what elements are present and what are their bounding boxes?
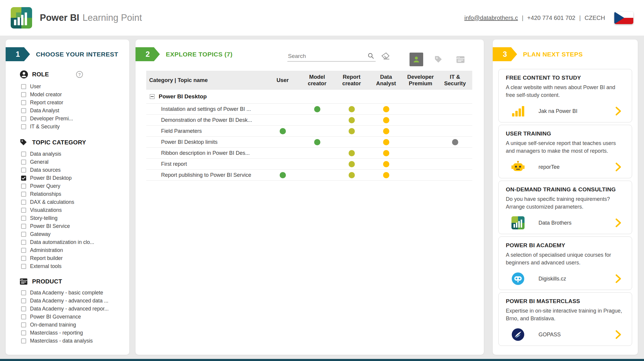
checkbox-item[interactable]: Visualizations [21, 206, 124, 214]
checkbox[interactable] [21, 160, 26, 165]
checkbox-item[interactable]: On-demand training [21, 321, 124, 329]
table-row[interactable]: Report publishing to Power BI Service [146, 170, 472, 181]
chevron-right-icon[interactable] [615, 106, 622, 116]
column-header[interactable]: IT & Security [438, 74, 472, 87]
grid-view-icon[interactable] [454, 53, 467, 66]
checkbox-item[interactable]: Developer Premi... [21, 115, 124, 123]
level-dot-olive [349, 117, 355, 123]
next-step-card[interactable]: USER TRAININGA unique self-service repor… [498, 125, 632, 178]
checkbox-item[interactable]: User [21, 83, 124, 91]
checkbox-item[interactable]: DAX & calculations [21, 198, 124, 206]
checkbox-item[interactable]: Administration [21, 246, 124, 254]
checkbox-item[interactable]: Model creator [21, 91, 124, 99]
column-header[interactable]: Model creator [300, 74, 334, 87]
checkbox-item[interactable]: External tools [21, 262, 124, 270]
checkbox-item[interactable]: Data Academy - advanced data ... [21, 297, 124, 305]
level-dot-olive [349, 161, 355, 167]
checkbox[interactable] [21, 200, 26, 205]
card-link-label[interactable]: Data Brothers [538, 220, 571, 226]
checkbox[interactable] [21, 92, 26, 97]
checkbox-item[interactable]: Power BI Governance [21, 313, 124, 321]
collapse-icon[interactable] [150, 94, 155, 99]
checkbox-checked[interactable] [21, 176, 26, 181]
clear-filters-eraser-icon[interactable] [381, 52, 390, 60]
chevron-right-icon[interactable] [615, 274, 622, 283]
checkbox-item[interactable]: Masterclass - data analysis [21, 337, 124, 345]
checkbox[interactable] [21, 256, 26, 261]
checkbox-item[interactable]: Power BI Service [21, 222, 124, 230]
table-row[interactable]: Power BI Desktop limits [146, 137, 472, 148]
card-link-label[interactable]: Jak na Power BI [538, 108, 577, 114]
checkbox-item[interactable]: Report builder [21, 254, 124, 262]
next-step-card[interactable]: POWER BI MASTERCLASSExpertise in on-site… [498, 292, 632, 346]
checkbox[interactable] [21, 216, 26, 221]
column-header[interactable]: Report creator [334, 74, 369, 87]
next-step-card[interactable]: POWER BI ACADEMYA selection of specialis… [498, 237, 632, 290]
checkbox-item[interactable]: Data sources [21, 166, 124, 174]
checkbox[interactable] [21, 184, 26, 189]
search-icon[interactable] [367, 52, 374, 59]
checkbox[interactable] [21, 124, 26, 129]
checkbox-item[interactable]: Report creator [21, 99, 124, 107]
checkbox[interactable] [21, 152, 26, 157]
table-row[interactable]: Field Parameters [146, 126, 472, 137]
help-icon[interactable]: ? [76, 71, 83, 78]
checkbox-item[interactable]: General [21, 158, 124, 166]
checkbox[interactable] [21, 192, 26, 197]
checkbox[interactable] [21, 264, 26, 269]
checkbox-item[interactable]: Data Academy - advanced repor... [21, 305, 124, 313]
search-input[interactable] [287, 53, 366, 60]
matrix-dot-cell [334, 172, 369, 178]
chevron-right-icon[interactable] [615, 162, 622, 172]
column-header[interactable]: User [265, 77, 300, 83]
checkbox-item[interactable]: Relationships [21, 190, 124, 198]
checkbox[interactable] [21, 248, 26, 253]
table-row[interactable]: First report [146, 159, 472, 170]
czech-flag-icon[interactable] [614, 12, 633, 24]
checkbox-item[interactable]: Data automatization in clo... [21, 238, 124, 246]
brand-title: Power BI Learning Point [40, 12, 142, 23]
person-view-icon[interactable] [410, 53, 423, 66]
column-header[interactable]: Developer Premium [403, 74, 438, 87]
checkbox[interactable] [21, 168, 26, 173]
checkbox-item[interactable]: Masterclass - reporting [21, 329, 124, 337]
group-row-power-bi-desktop[interactable]: Power BI Desktop [146, 90, 472, 104]
checkbox-item[interactable]: Gateway [21, 230, 124, 238]
checkbox[interactable] [21, 108, 26, 113]
checkbox-item[interactable]: Power BI Desktop [21, 174, 124, 182]
column-header[interactable]: Data Analyst [369, 74, 403, 87]
card-link-label[interactable]: reporTee [538, 164, 560, 170]
table-row[interactable]: Ribbon description in Power BI Des... [146, 148, 472, 159]
checkbox[interactable] [21, 232, 26, 237]
checkbox[interactable] [21, 306, 26, 311]
checkbox[interactable] [21, 298, 26, 303]
checkbox[interactable] [21, 240, 26, 245]
checkbox[interactable] [21, 84, 26, 89]
checkbox-item[interactable]: Story-telling [21, 214, 124, 222]
next-step-card[interactable]: ON-DEMAND TRAINING & CONSULTINGDo you ha… [498, 181, 632, 234]
checkbox[interactable] [21, 330, 26, 335]
checkbox-item[interactable]: Power Query [21, 182, 124, 190]
table-row[interactable]: Instalation and settings of Power BI ... [146, 104, 472, 115]
checkbox-item[interactable]: Data Academy - basic complete [21, 289, 124, 297]
checkbox[interactable] [21, 208, 26, 213]
tag-view-icon[interactable] [432, 53, 445, 66]
card-link-label[interactable]: GOPASS [538, 332, 561, 338]
checkbox-item[interactable]: Data Analyst [21, 107, 124, 115]
column-header-topic[interactable]: Category | Topic name [146, 77, 265, 83]
checkbox[interactable] [21, 100, 26, 105]
checkbox-item[interactable]: Data analysis [21, 150, 124, 158]
next-step-card[interactable]: FREE CONTENT TO STUDYA clear website wit… [498, 69, 632, 122]
checkbox[interactable] [21, 290, 26, 295]
checkbox[interactable] [21, 338, 26, 343]
checkbox[interactable] [21, 322, 26, 327]
chevron-right-icon[interactable] [615, 218, 622, 228]
checkbox[interactable] [21, 314, 26, 319]
checkbox[interactable] [21, 116, 26, 121]
table-row[interactable]: Demonstration of the Power BI Desk... [146, 115, 472, 126]
chevron-right-icon[interactable] [615, 330, 622, 339]
card-link-label[interactable]: Digiskills.cz [538, 276, 566, 282]
checkbox[interactable] [21, 224, 26, 229]
email-link[interactable]: info@databrothers.c [464, 15, 518, 21]
checkbox-item[interactable]: IT & Security [21, 123, 124, 131]
